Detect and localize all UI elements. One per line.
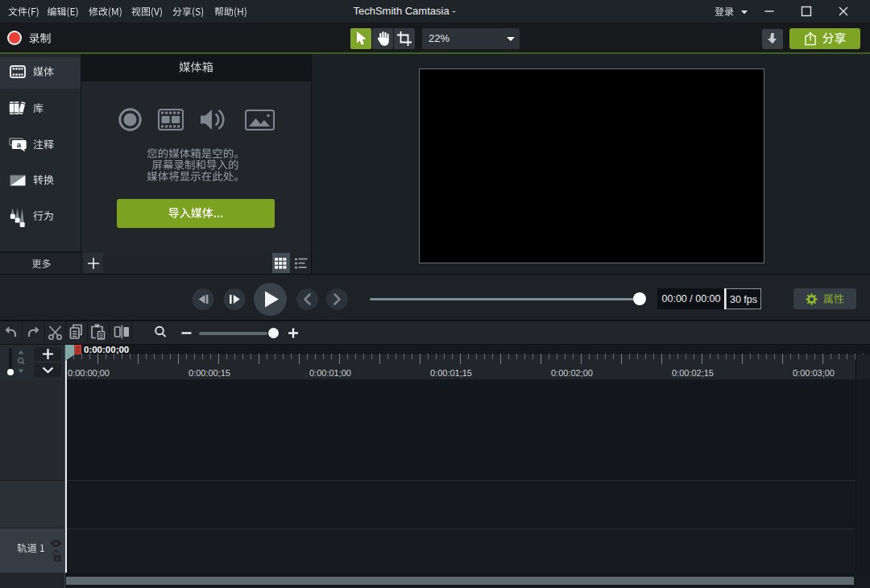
svg-text:a: a — [17, 140, 22, 149]
